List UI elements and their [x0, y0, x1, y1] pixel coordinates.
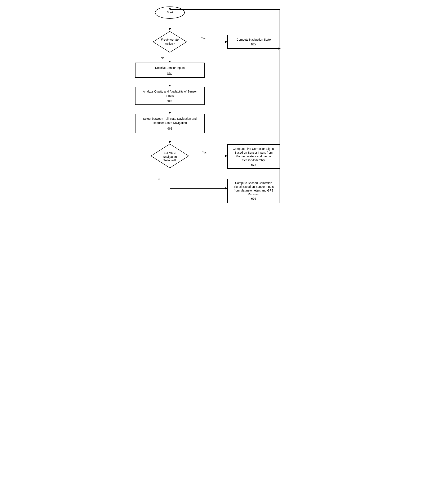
analyze-line2: Inputs	[166, 94, 174, 97]
fullstate-label2: Navigation	[163, 155, 177, 158]
select-line2: Reduced State Navigation	[153, 121, 187, 125]
yes-label-top: Yes	[201, 37, 206, 40]
arrowhead-no	[169, 61, 171, 63]
second-line3: from Magnetometers and GPS	[234, 189, 273, 192]
analyze-line1: Analyze Quality and Availability of Sens…	[143, 90, 197, 93]
second-ref: 676	[251, 197, 256, 200]
second-line4: Receiver	[248, 193, 260, 196]
arrowhead-4	[169, 141, 171, 143]
select-line1: Select between Full State Navigation and	[143, 117, 197, 120]
arrowhead-1	[169, 28, 171, 30]
first-line2: Based on Sensor Inputs from	[234, 151, 272, 154]
arrowhead-2	[169, 85, 171, 87]
select-ref: 668	[167, 127, 172, 130]
first-line1: Compute First Correction Signal	[233, 147, 274, 151]
second-line2: Signal Based on Sensor Inputs	[233, 185, 274, 188]
second-line1: Compute Second Correction	[235, 181, 272, 185]
no-label-fullstate: No	[158, 178, 161, 181]
flowchart-container: Start FreeIntegrate Active? Yes Compute …	[124, 4, 312, 223]
box-receive-sensor	[135, 63, 204, 77]
arrowhead-no2	[225, 187, 227, 189]
fullstate-label1: Full State	[164, 152, 176, 155]
receive-sensor-line1: Receive Sensor Inputs	[155, 66, 185, 70]
first-line3: Magnetometers and Inertial	[236, 155, 271, 158]
fullstate-label3: Selected?	[163, 159, 176, 162]
start-label: Start	[167, 11, 173, 14]
first-line4: Sensor Assembly	[242, 158, 265, 162]
flowchart-svg: Start FreeIntegrate Active? Yes Compute …	[124, 4, 312, 222]
receive-sensor-ref: 660	[167, 71, 172, 75]
arrowhead-yes2	[225, 155, 227, 157]
compute-nav-ref: 680	[251, 42, 256, 45]
analyze-ref: 664	[167, 99, 172, 102]
yes-label-full: Yes	[202, 151, 207, 154]
arrowhead-yes	[225, 41, 227, 43]
compute-nav-line1: Compute Navigation State	[236, 38, 271, 41]
freeintegrate-label2: Active?	[165, 42, 175, 45]
arrowhead-3	[169, 112, 171, 114]
first-ref: 672	[251, 163, 256, 166]
no-label: No	[161, 56, 164, 59]
freeintegrate-label1: FreeIntegrate	[161, 38, 179, 41]
